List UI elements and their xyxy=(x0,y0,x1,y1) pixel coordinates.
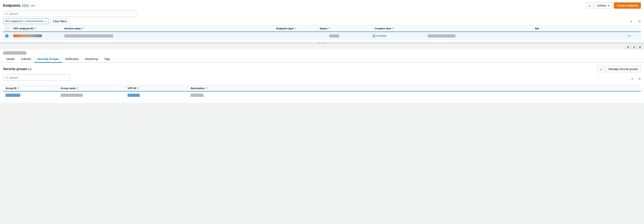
status-available-icon: ✓ xyxy=(372,35,375,37)
col-header-status[interactable]: Status ▽ xyxy=(317,26,372,32)
col-header-vpc-id[interactable]: VPC endpoint ID ▽ xyxy=(11,26,62,32)
sg-settings-icon[interactable]: ⚙ xyxy=(638,77,641,81)
view-split-vertical-icon: ⊟ xyxy=(633,46,635,49)
sg-cell-description: •••••••••• •••• xyxy=(188,92,641,98)
filter-tag: VPC endpoint ID = ••••••••••••••••••••••… xyxy=(3,19,49,24)
filter-row: VPC endpoint ID = ••••••••••••••••••••••… xyxy=(3,19,641,24)
endpoints-table: VPC endpoint ID ▽ Service name ▽ Endpoin… xyxy=(3,25,641,40)
manage-security-groups-button[interactable]: Manage security groups xyxy=(606,66,641,72)
net-link[interactable]: 3 n xyxy=(628,34,631,37)
next-page-button[interactable]: › xyxy=(634,19,637,23)
sg-cell-group-name: •••••••••••••••••••••••••• xyxy=(58,92,125,98)
sg-cell-vpc-id: ••••••••• •••• xyxy=(125,92,188,98)
cell-creation-time: •• •••••• •• •••• at 20:19:2… xyxy=(425,33,625,39)
tab-notification[interactable]: Notification xyxy=(62,56,82,63)
create-endpoint-button[interactable]: Create endpoint xyxy=(614,2,641,9)
sg-pagination: ‹ 1 › ⚙ xyxy=(627,77,641,81)
svg-point-0 xyxy=(6,13,8,15)
search-icon xyxy=(5,13,8,15)
sg-page-number: 1 xyxy=(630,77,634,81)
security-groups-panel: Security groups (1) Manage security grou… xyxy=(0,63,644,102)
sort-icon-type: ▽ xyxy=(294,27,296,30)
sg-table-row: •• •••••••••••••• ••••••••••••••••••••••… xyxy=(3,91,641,99)
row-checkbox-cell[interactable] xyxy=(3,33,11,39)
sg-title-area: Security groups (1) xyxy=(3,67,32,71)
col-header-creation-time[interactable]: Creation time ▽ xyxy=(372,26,532,32)
sort-icon-creation: ▽ xyxy=(392,27,394,30)
sg-group-id-link[interactable]: •• •••••••••••••• xyxy=(6,94,20,97)
view-icon-3-button[interactable]: ⊠ xyxy=(637,45,642,49)
sort-icon-status: ▽ xyxy=(328,27,330,30)
tab-tags[interactable]: Tags xyxy=(101,56,113,63)
sg-next-page-button[interactable]: › xyxy=(635,77,637,81)
refresh-icon xyxy=(588,4,591,7)
clear-filters-button[interactable]: Clear filters xyxy=(50,19,70,24)
select-all-checkbox[interactable] xyxy=(6,27,8,30)
vpc-endpoint-id-link[interactable]: vpce-████████████ xyxy=(13,34,42,37)
sg-header-actions: Manage security groups xyxy=(597,66,641,72)
sg-refresh-button[interactable] xyxy=(597,66,604,72)
filter-close-icon[interactable]: ✕ xyxy=(45,20,47,23)
header-checkbox-cell[interactable] xyxy=(3,26,11,32)
top-pagination: ‹ 1 › ⚙ xyxy=(626,19,641,23)
sg-search-icon xyxy=(5,76,8,79)
sg-refresh-icon xyxy=(600,67,602,71)
prev-page-button[interactable]: ‹ xyxy=(626,19,628,23)
view-icon-1-button[interactable]: ⊞ xyxy=(626,45,630,49)
tab-monitoring[interactable]: Monitoring xyxy=(82,56,101,63)
sg-search-container[interactable] xyxy=(3,74,70,81)
svg-point-2 xyxy=(6,77,8,78)
sort-icon-vpc-id: ▽ xyxy=(34,27,36,30)
endpoint-detail-header: •• ••••••Be•••••••••••• xyxy=(0,49,644,55)
bottom-section: ⊞ ⊟ ⊠ •• ••••••Be•••••••••••• Details Su… xyxy=(0,44,644,103)
actions-button[interactable]: Actions ▼ xyxy=(594,2,612,9)
cell-status: ✓ Available xyxy=(370,33,425,39)
table-row: vpce-████████████ •• •••••••••••••••••••… xyxy=(3,32,641,40)
search-input[interactable] xyxy=(9,12,135,15)
tab-subnets[interactable]: Subnets xyxy=(18,56,34,63)
refresh-button[interactable] xyxy=(586,2,593,9)
row-checkbox[interactable] xyxy=(6,35,8,37)
search-container[interactable] xyxy=(3,11,137,17)
col-header-net[interactable]: Net xyxy=(532,26,641,32)
page-title: Endpoints (1/1) xyxy=(3,4,29,8)
sg-search-row: ‹ 1 › ⚙ xyxy=(3,74,641,83)
cell-endpoint-type: Interface xyxy=(327,33,370,39)
sg-col-header-description[interactable]: Description ▽ xyxy=(188,85,641,91)
cell-net: 3 n xyxy=(625,33,641,39)
top-section: Endpoints (1/1) Info Actions ▼ Create en… xyxy=(0,0,644,42)
cell-service-name: •• •••••••••••••••••••••••••••••••••••••… xyxy=(62,33,327,39)
tab-details[interactable]: Details xyxy=(3,56,18,63)
table-header: VPC endpoint ID ▽ Service name ▽ Endpoin… xyxy=(3,25,641,32)
page-number: 1 xyxy=(630,20,633,23)
cell-vpc-id: vpce-████████████ xyxy=(11,33,62,39)
sg-sort-icon-group-id: ▽ xyxy=(17,87,19,90)
selected-endpoint-id: •• ••••••Be•••••••••••• xyxy=(3,51,26,55)
status-available: ✓ Available xyxy=(372,34,423,37)
sg-col-header-vpc-id[interactable]: VPC ID ▽ xyxy=(125,85,188,91)
sort-icon-service: ▽ xyxy=(82,27,84,30)
info-link[interactable]: Info xyxy=(31,4,35,7)
search-row xyxy=(3,11,641,17)
settings-icon[interactable]: ⚙ xyxy=(638,20,641,23)
chevron-down-icon: ▼ xyxy=(608,5,610,7)
col-header-service-name[interactable]: Service name ▽ xyxy=(62,26,274,32)
header-row: Endpoints (1/1) Info Actions ▼ Create en… xyxy=(3,2,641,9)
resize-dots-icon: — — xyxy=(317,41,326,45)
sg-table-header: Group ID ▽ Group name ▽ VPC ID ▽ Descrip… xyxy=(3,85,641,91)
svg-line-3 xyxy=(7,78,8,79)
title-area: Endpoints (1/1) Info xyxy=(3,4,35,8)
sg-col-header-group-id[interactable]: Group ID ▽ xyxy=(3,85,58,91)
filter-tag-text: VPC endpoint ID = •••••••••••••••••••••• xyxy=(5,20,44,23)
sg-title: Security groups (1) xyxy=(3,67,32,71)
sg-search-input[interactable] xyxy=(9,76,68,79)
security-groups-table: Group ID ▽ Group name ▽ VPC ID ▽ Descrip… xyxy=(3,85,641,99)
view-icon-2-button[interactable]: ⊟ xyxy=(632,45,636,49)
sg-prev-page-button[interactable]: ‹ xyxy=(627,77,630,81)
sg-panel-header: Security groups (1) Manage security grou… xyxy=(3,66,641,72)
tab-security-groups[interactable]: Security Groups xyxy=(34,56,62,63)
sg-col-header-group-name[interactable]: Group name ▽ xyxy=(58,85,125,91)
sg-sort-icon-vpc-id: ▽ xyxy=(137,87,139,90)
col-header-endpoint-type[interactable]: Endpoint type ▽ xyxy=(274,26,317,32)
tabs-row: Details Subnets Security Groups Notifica… xyxy=(0,56,644,63)
